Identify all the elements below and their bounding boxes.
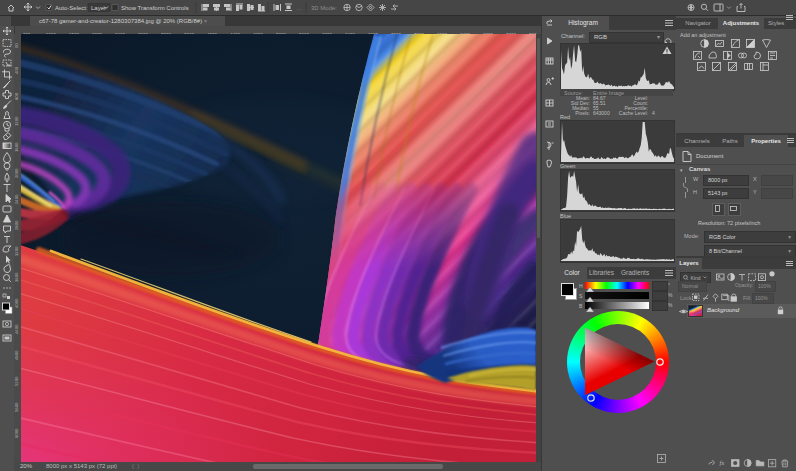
svg-text:3600: 3600 bbox=[14, 272, 19, 282]
svg-text:1200: 1200 bbox=[14, 116, 19, 126]
svg-text:400: 400 bbox=[14, 66, 19, 74]
svg-text:3D Mode:: 3D Mode: bbox=[311, 5, 337, 11]
svg-text:1600: 1600 bbox=[14, 142, 19, 152]
svg-text:fx: fx bbox=[719, 459, 724, 466]
svg-text:4000: 4000 bbox=[14, 298, 19, 308]
svg-text:…: … bbox=[296, 5, 302, 11]
svg-text:4400: 4400 bbox=[14, 324, 19, 334]
svg-text:2000: 2000 bbox=[14, 168, 19, 178]
svg-text:2400: 2400 bbox=[14, 194, 19, 204]
svg-text:Auto-Select:: Auto-Select: bbox=[55, 5, 88, 11]
svg-text:3200: 3200 bbox=[14, 246, 19, 256]
svg-text:4800: 4800 bbox=[14, 350, 19, 360]
svg-text:5600: 5600 bbox=[14, 402, 19, 412]
svg-text:2800: 2800 bbox=[14, 220, 19, 230]
svg-text:800: 800 bbox=[14, 92, 19, 100]
svg-text:5200: 5200 bbox=[14, 376, 19, 386]
svg-text:00: 00 bbox=[14, 43, 19, 48]
svg-text:6000: 6000 bbox=[14, 428, 19, 438]
svg-text:Show Transform Controls: Show Transform Controls bbox=[121, 5, 189, 11]
svg-text:Layer: Layer bbox=[91, 5, 106, 11]
